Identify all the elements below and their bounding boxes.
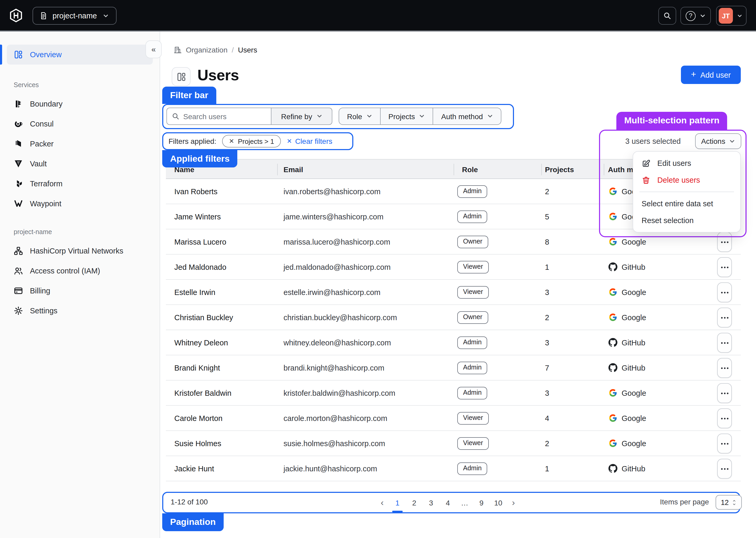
previous-page-button[interactable]: ‹: [375, 493, 389, 512]
help-icon: ?: [686, 11, 696, 21]
add-user-button[interactable]: + Add user: [681, 66, 741, 84]
auth-provider-icon: [609, 262, 618, 271]
ellipsis-icon: [724, 417, 725, 419]
row-overflow-button[interactable]: [717, 232, 732, 252]
project-switcher[interactable]: project-name: [32, 7, 117, 25]
clear-filters-link[interactable]: ✕ Clear filters: [287, 137, 332, 145]
sidebar-item-overview[interactable]: Overview: [7, 45, 153, 65]
chevron-down-icon: [737, 13, 742, 19]
sidebar-item-service[interactable]: Packer: [7, 134, 153, 154]
selection-count: 3 users selected: [625, 137, 681, 145]
page-number[interactable]: 3: [423, 493, 439, 512]
filter-dropdown[interactable]: Projects: [380, 108, 433, 125]
row-overflow-button[interactable]: [717, 434, 732, 454]
breadcrumb-current: Users: [238, 46, 257, 54]
project-switcher-label: project-name: [52, 12, 97, 20]
page-number[interactable]: 9: [473, 493, 490, 512]
actions-menu-item[interactable]: Edit users: [633, 155, 740, 172]
service-icon: [14, 179, 23, 188]
auth-provider: Google: [621, 305, 646, 330]
role-badge: Viewer: [457, 286, 489, 298]
user-menu-button[interactable]: JT: [716, 6, 746, 26]
page-number[interactable]: …: [456, 493, 473, 512]
hashicorp-logo-icon: [9, 8, 23, 23]
grid-icon: [14, 50, 23, 59]
annotation-applied-filters: Applied filters: [162, 150, 238, 167]
actions-button[interactable]: Actions: [695, 133, 741, 149]
filter-search-group: Refine by: [166, 108, 332, 125]
projects-count: 5: [545, 204, 549, 229]
help-menu-button[interactable]: ?: [680, 7, 711, 25]
ellipsis-icon: [724, 443, 725, 444]
user-email: ivan.roberts@hashicorp.com: [284, 179, 381, 204]
row-overflow-button[interactable]: [717, 459, 732, 479]
breadcrumb-organization[interactable]: Organization: [186, 46, 228, 54]
search-input[interactable]: [166, 108, 271, 125]
sidebar-collapse-button[interactable]: «: [145, 40, 162, 58]
service-icon: [14, 139, 23, 148]
column-header-email[interactable]: Email: [284, 160, 303, 180]
column-header-role[interactable]: Role: [462, 160, 478, 180]
user-email: jackie.hunt@hashicorp.com: [284, 456, 377, 481]
menu-item-icon: [642, 159, 650, 168]
dismiss-icon[interactable]: ✕: [229, 138, 234, 144]
user-email: jed.maldonado@hashicorp.com: [284, 254, 391, 280]
sidebar-item-service[interactable]: Vault: [7, 154, 153, 174]
sidebar-item-project[interactable]: Access control (IAM): [7, 261, 153, 281]
global-search-button[interactable]: [658, 7, 676, 25]
refine-by-dropdown[interactable]: Refine by: [271, 108, 332, 125]
menu-divider: [639, 191, 734, 192]
services-section-label: Services: [14, 81, 146, 89]
filter-dropdown[interactable]: Role: [339, 108, 380, 125]
actions-menu-item[interactable]: Select entire data set: [633, 195, 740, 212]
service-icon: [14, 199, 23, 208]
sidebar-item-label: Settings: [30, 306, 58, 315]
role-badge: Admin: [457, 185, 487, 198]
actions-menu-item[interactable]: Reset selection: [633, 212, 740, 229]
page-number[interactable]: 4: [439, 493, 456, 512]
auth-provider-icon: [609, 338, 618, 347]
row-overflow-button[interactable]: [717, 257, 732, 277]
sidebar-item-project[interactable]: Billing: [7, 281, 153, 301]
sidebar-item-label: Vault: [30, 160, 47, 168]
user-email: estelle.irwin@hashicorp.com: [284, 280, 381, 305]
pagination-range: 1-12 of 100: [171, 498, 208, 506]
sidebar-item-project[interactable]: Settings: [7, 301, 153, 321]
user-email: whitney.deleon@hashicorp.com: [284, 330, 391, 355]
user-name: Kristofer Baldwin: [174, 381, 232, 406]
sidebar-item-label: HashiCorp Virtual Networks: [30, 247, 123, 255]
page-number[interactable]: 1: [389, 493, 406, 512]
projects-count: 2: [545, 179, 549, 204]
ellipsis-icon: [724, 392, 725, 394]
page-title: Users: [197, 67, 239, 84]
sidebar-item-service[interactable]: Consul: [7, 114, 153, 134]
page-number[interactable]: 10: [490, 493, 507, 512]
row-overflow-button[interactable]: [717, 358, 732, 378]
sidebar-item-service[interactable]: Boundary: [7, 94, 153, 114]
items-per-page-select[interactable]: 12: [716, 495, 742, 510]
role-badge: Viewer: [457, 437, 489, 450]
column-divider: [277, 164, 278, 175]
applied-filters-row: Filters applied: ✕ Projects > 1 ✕ Clear …: [169, 132, 332, 150]
column-header-projects[interactable]: Projects: [545, 160, 574, 180]
next-page-button[interactable]: ›: [507, 493, 520, 512]
row-overflow-button[interactable]: [717, 408, 732, 428]
sidebar-item-service[interactable]: Waypoint: [7, 194, 153, 214]
sidebar-item-service[interactable]: Terraform: [7, 174, 153, 194]
table-row: Kristofer Baldwin kristofer.baldwin@hash…: [166, 381, 741, 406]
row-overflow-button[interactable]: [717, 333, 732, 353]
sidebar-item-project[interactable]: HashiCorp Virtual Networks: [7, 241, 153, 261]
auth-provider: GitHub: [621, 456, 645, 481]
row-overflow-button[interactable]: [717, 383, 732, 403]
filter-chip[interactable]: ✕ Projects > 1: [222, 135, 281, 147]
actions-menu-item[interactable]: Delete users: [633, 172, 740, 188]
service-icon: [14, 159, 23, 169]
row-overflow-button[interactable]: [717, 282, 732, 302]
menu-item-icon: [642, 176, 650, 185]
role-badge: Viewer: [457, 261, 489, 273]
row-overflow-button[interactable]: [717, 307, 732, 328]
projects-count: 1: [545, 456, 549, 481]
projects-count: 8: [545, 229, 549, 254]
page-number[interactable]: 2: [406, 493, 423, 512]
filter-dropdown[interactable]: Auth method: [433, 108, 501, 125]
